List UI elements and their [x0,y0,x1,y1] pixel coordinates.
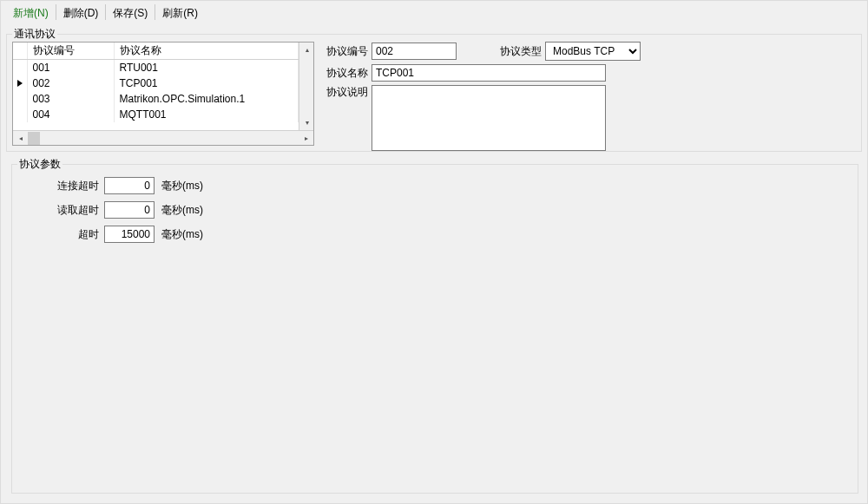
scroll-up-icon[interactable]: ▴ [299,43,313,57]
current-row-icon [17,80,23,87]
grid-vertical-scrollbar[interactable]: ▴ ▾ [299,43,313,130]
grid-rowheader-blank [13,43,27,60]
scroll-right-icon[interactable]: ▸ [299,131,313,146]
protocol-desc-textarea[interactable] [372,85,606,151]
label-timeout: 超时 [19,227,99,242]
scroll-down-icon[interactable]: ▾ [299,115,313,130]
refresh-button[interactable]: 刷新(R) [155,4,205,20]
label-protocol-name: 协议名称 [321,66,368,81]
cell-protocol-id[interactable]: 003 [27,91,114,107]
save-button[interactable]: 保存(S) [106,4,155,20]
label-protocol-id: 协议编号 [321,44,368,59]
params-form: 连接超时 毫秒(ms) 读取超时 毫秒(ms) 超时 毫秒(ms) [12,165,858,262]
table-row[interactable]: 002TCP001 [13,75,299,91]
protocol-type-select[interactable]: ModBus TCP [545,42,641,61]
table-row[interactable]: 003Matrikon.OPC.Simulation.1 [13,91,299,107]
delete-button[interactable]: 删除(D) [56,4,107,20]
cell-protocol-id[interactable]: 004 [27,107,114,122]
protocol-form: 协议编号 协议类型 ModBus TCP 协议名称 协议说明 [321,42,854,154]
timeout-input[interactable] [104,226,155,243]
protocols-group-title: 通讯协议 [12,27,57,42]
row-indicator [13,91,27,107]
table-row[interactable]: 001RTU001 [13,60,299,75]
grid-col-name[interactable]: 协议名称 [114,43,299,60]
label-connect-timeout: 连接超时 [19,179,99,193]
read-timeout-input[interactable] [104,201,155,219]
cell-protocol-name[interactable]: MQTT001 [114,107,299,122]
cell-protocol-id[interactable]: 002 [27,75,114,91]
new-button[interactable]: 新增(N) [6,4,56,20]
scroll-left-icon[interactable]: ◂ [13,131,28,146]
protocol-grid[interactable]: 协议编号 协议名称 001RTU001002TCP001003Matrikon.… [12,42,314,146]
app-window: 新增(N) 删除(D) 保存(S) 刷新(R) 通讯协议 协议编号 协议名称 [0,0,868,504]
row-indicator [13,107,27,122]
scroll-thumb[interactable] [28,132,40,145]
toolbar: 新增(N) 删除(D) 保存(S) 刷新(R) [1,1,867,22]
label-protocol-type: 协议类型 [490,44,542,59]
connect-timeout-input[interactable] [104,177,155,194]
protocol-name-input[interactable] [372,64,606,82]
row-indicator [13,75,27,91]
label-read-timeout: 读取超时 [19,203,99,218]
row-indicator [13,60,27,75]
protocols-group: 通讯协议 协议编号 协议名称 001RTU001002TCP001003Matr… [6,34,862,152]
unit-ms-2: 毫秒(ms) [161,203,203,218]
unit-ms-1: 毫秒(ms) [161,179,203,193]
label-protocol-desc: 协议说明 [321,85,368,100]
grid-horizontal-scrollbar[interactable]: ◂ ▸ [13,130,313,145]
cell-protocol-name[interactable]: RTU001 [114,60,299,75]
cell-protocol-id[interactable]: 001 [27,60,114,75]
params-group: 协议参数 连接超时 毫秒(ms) 读取超时 毫秒(ms) 超时 毫秒(ms) [11,164,858,494]
cell-protocol-name[interactable]: TCP001 [114,75,299,91]
table-row[interactable]: 004MQTT001 [13,107,299,122]
cell-protocol-name[interactable]: Matrikon.OPC.Simulation.1 [114,91,299,107]
protocol-id-input[interactable] [372,43,457,60]
unit-ms-3: 毫秒(ms) [161,227,203,242]
grid-col-id[interactable]: 协议编号 [27,43,114,60]
params-group-title: 协议参数 [17,157,62,172]
